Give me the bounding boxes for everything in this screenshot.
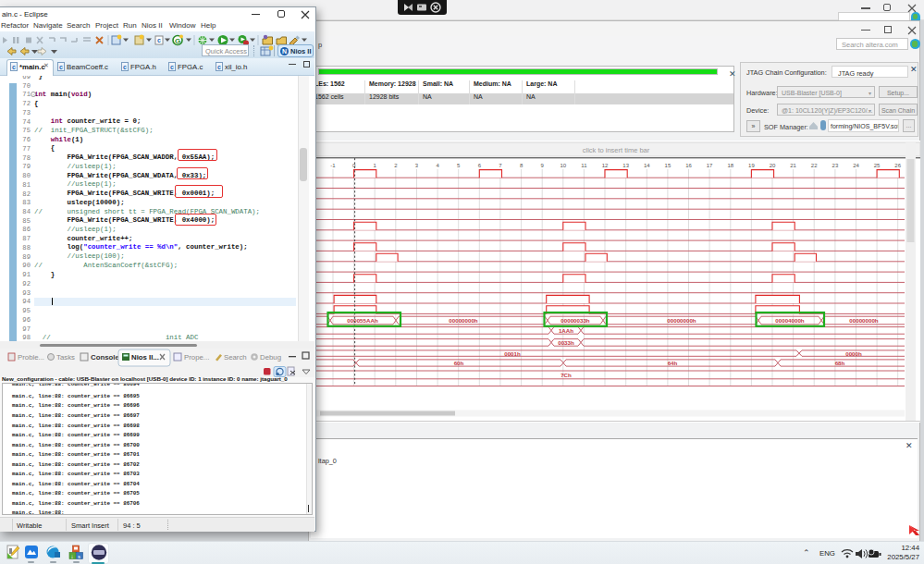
svg-text:13: 13 xyxy=(622,163,629,168)
svg-text:11: 11 xyxy=(581,163,587,168)
svg-text:00000000h: 00000000h xyxy=(849,317,879,324)
svg-text:25: 25 xyxy=(874,163,881,168)
svg-text:18: 18 xyxy=(727,163,733,168)
svg-text:Search: Search xyxy=(224,353,247,362)
svg-text:Tasks: Tasks xyxy=(56,353,75,362)
svg-text:17: 17 xyxy=(707,163,713,168)
svg-text:↓: ↓ xyxy=(71,554,74,559)
svg-text:000055AAh: 000055AAh xyxy=(347,317,378,324)
svg-text:c: c xyxy=(157,37,161,43)
svg-text:click to insert time bar: click to insert time bar xyxy=(583,146,650,154)
svg-text:Proble...: Proble... xyxy=(18,353,44,362)
svg-text:7Ch: 7Ch xyxy=(561,372,572,378)
svg-text:24: 24 xyxy=(853,163,859,168)
svg-text:15: 15 xyxy=(665,163,671,168)
svg-text:26: 26 xyxy=(894,163,901,168)
svg-text:16: 16 xyxy=(685,163,692,168)
svg-text:23: 23 xyxy=(832,163,839,168)
svg-text:64h: 64h xyxy=(668,360,678,366)
svg-text:0001h: 0001h xyxy=(504,350,521,357)
svg-text:-1: -1 xyxy=(330,163,336,168)
svg-text:12: 12 xyxy=(602,163,609,168)
svg-text:00000033h: 00000033h xyxy=(561,317,590,324)
svg-text:21: 21 xyxy=(790,163,796,168)
svg-text:00004000h: 00004000h xyxy=(775,317,805,324)
svg-text:Nios II...: Nios II... xyxy=(131,353,159,362)
svg-text:0033h: 0033h xyxy=(558,339,574,346)
svg-text:60h: 60h xyxy=(454,360,464,366)
svg-text:Prope...: Prope... xyxy=(184,353,209,362)
svg-text:0000h: 0000h xyxy=(845,350,862,357)
svg-text:68h: 68h xyxy=(835,360,845,366)
svg-text:22: 22 xyxy=(811,163,818,168)
svg-text:19: 19 xyxy=(748,163,755,168)
svg-text:10: 10 xyxy=(560,163,566,168)
svg-text:20: 20 xyxy=(770,163,776,168)
svg-text:Debug: Debug xyxy=(260,353,281,362)
svg-text:14: 14 xyxy=(644,163,650,168)
svg-text:00000000h: 00000000h xyxy=(449,317,478,324)
svg-text:00000000h: 00000000h xyxy=(667,317,696,324)
svg-text:1AAh: 1AAh xyxy=(559,327,573,334)
svg-text:s: s xyxy=(78,554,80,559)
svg-text:Console: Console xyxy=(91,353,119,362)
